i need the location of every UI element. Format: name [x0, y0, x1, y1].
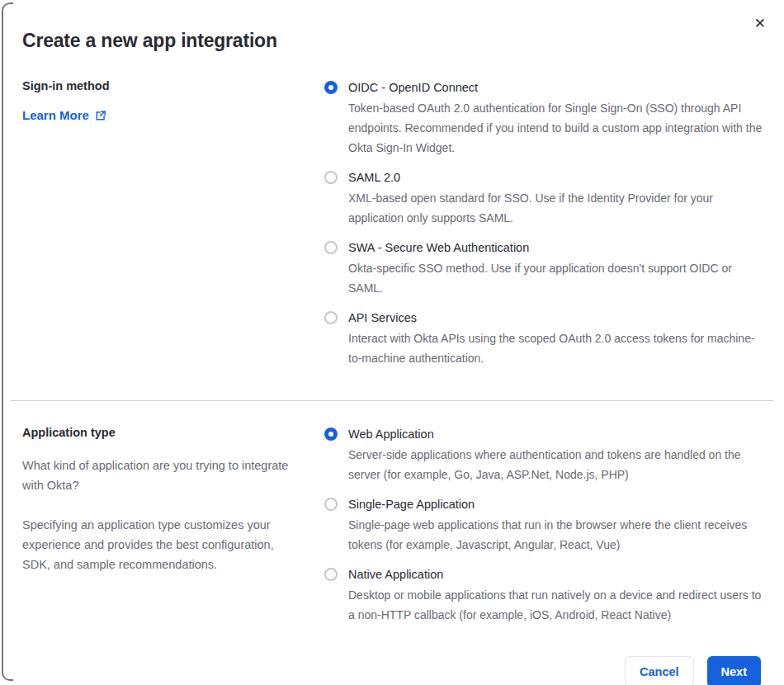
- apptype-option-native-label[interactable]: Native Application: [348, 566, 763, 583]
- apptype-option-web-label[interactable]: Web Application: [348, 426, 763, 442]
- signin-option-saml-description: XML-based open standard for SSO. Use if …: [348, 188, 763, 228]
- dialog-footer: Cancel Next: [22, 656, 763, 685]
- apptype-option-spa: Single-Page Application Single-page web …: [324, 496, 763, 555]
- application-type-paragraph-1: What kind of application are you trying …: [22, 456, 301, 495]
- signin-option-oidc-description: Token-based OAuth 2.0 authentication for…: [348, 98, 763, 158]
- radio-oidc[interactable]: [324, 81, 338, 94]
- apptype-option-web: Web Application Server-side applications…: [324, 426, 763, 484]
- learn-more-label: Learn More: [22, 108, 89, 122]
- signin-method-label: Sign-in method: [22, 79, 301, 92]
- signin-option-api-services-label[interactable]: API Services: [348, 309, 763, 326]
- section-divider: [11, 400, 773, 401]
- apptype-option-native: Native Application Desktop or mobile app…: [324, 566, 763, 625]
- apptype-option-spa-label[interactable]: Single-Page Application: [348, 496, 763, 513]
- signin-option-api-services-description: Interact with Okta APIs using the scoped…: [348, 328, 763, 368]
- dialog-title: Create a new app integration: [22, 0, 763, 52]
- signin-option-oidc: OIDC - OpenID Connect Token-based OAuth …: [324, 79, 763, 158]
- apptype-option-native-description: Desktop or mobile applications that run …: [348, 585, 763, 625]
- radio-saml[interactable]: [324, 171, 338, 184]
- application-type-section: Application type What kind of applicatio…: [22, 426, 763, 625]
- radio-native-application[interactable]: [324, 568, 338, 581]
- application-type-paragraph-2: Specifying an application type customize…: [22, 515, 301, 574]
- radio-api-services[interactable]: [324, 311, 338, 324]
- radio-swa[interactable]: [324, 241, 338, 254]
- next-button[interactable]: Next: [707, 656, 761, 685]
- signin-option-swa-label[interactable]: SWA - Secure Web Authentication: [348, 239, 763, 256]
- signin-option-api-services: API Services Interact with Okta APIs usi…: [324, 309, 763, 368]
- application-type-label: Application type: [22, 426, 301, 439]
- signin-option-saml: SAML 2.0 XML-based open standard for SSO…: [324, 169, 763, 228]
- signin-method-section: Sign-in method Learn More OIDC - OpenID …: [22, 79, 763, 368]
- external-link-icon: [95, 110, 106, 121]
- apptype-option-spa-description: Single-page web applications that run in…: [348, 515, 763, 555]
- signin-option-swa: SWA - Secure Web Authentication Okta-spe…: [324, 239, 763, 298]
- signin-option-swa-description: Okta-specific SSO method. Use if your ap…: [348, 258, 763, 298]
- create-app-integration-dialog: ✕ Create a new app integration Sign-in m…: [0, 0, 784, 685]
- signin-option-oidc-label[interactable]: OIDC - OpenID Connect: [348, 79, 763, 96]
- signin-option-saml-label[interactable]: SAML 2.0: [348, 169, 763, 186]
- apptype-option-web-description: Server-side applications where authentic…: [348, 445, 763, 484]
- radio-web-application[interactable]: [324, 428, 338, 441]
- learn-more-link[interactable]: Learn More: [22, 108, 106, 122]
- close-icon[interactable]: ✕: [754, 17, 766, 31]
- radio-single-page-application[interactable]: [324, 498, 338, 511]
- cancel-button[interactable]: Cancel: [625, 656, 694, 685]
